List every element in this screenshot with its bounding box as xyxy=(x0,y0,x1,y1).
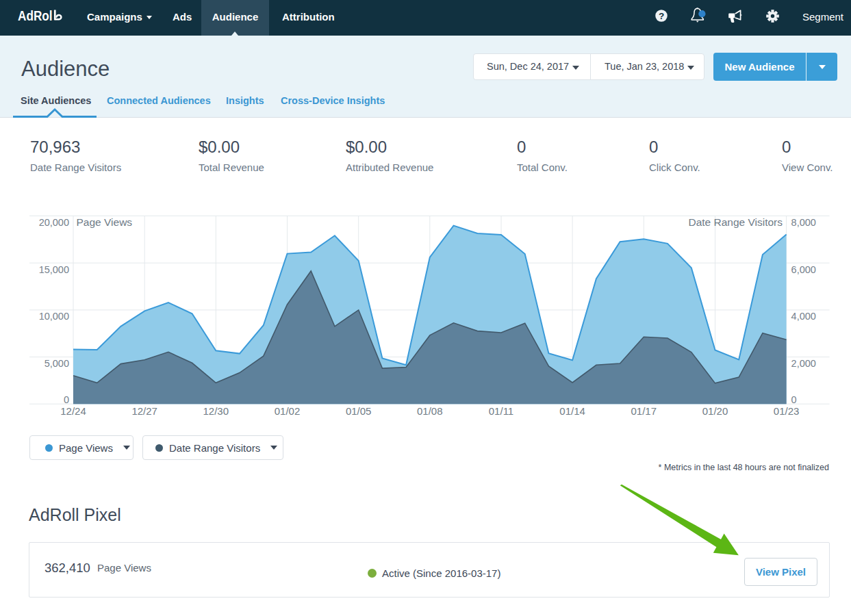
svg-text:?: ? xyxy=(659,11,664,21)
svg-text:Date Range Visitors: Date Range Visitors xyxy=(688,216,783,228)
svg-text:01/20: 01/20 xyxy=(702,405,728,417)
svg-text:12/30: 12/30 xyxy=(203,405,229,417)
svg-text:Page Views: Page Views xyxy=(77,216,133,228)
svg-text:8,000: 8,000 xyxy=(791,217,816,228)
svg-text:01/17: 01/17 xyxy=(631,405,657,417)
svg-text:15,000: 15,000 xyxy=(39,264,69,275)
svg-text:AdRol: AdRol xyxy=(18,8,53,23)
svg-text:2,000: 2,000 xyxy=(791,358,816,369)
svg-text:01/11: 01/11 xyxy=(489,405,513,417)
svg-text:01/02: 01/02 xyxy=(275,405,301,417)
svg-text:0: 0 xyxy=(791,394,797,405)
svg-text:4,000: 4,000 xyxy=(791,311,816,322)
svg-text:01/05: 01/05 xyxy=(346,405,372,417)
svg-text:6,000: 6,000 xyxy=(791,264,816,275)
svg-text:12/27: 12/27 xyxy=(131,405,157,417)
svg-text:5,000: 5,000 xyxy=(45,358,69,369)
svg-text:10,000: 10,000 xyxy=(39,311,69,322)
svg-text:01/23: 01/23 xyxy=(774,405,800,417)
svg-text:01/08: 01/08 xyxy=(417,405,443,417)
svg-text:20,000: 20,000 xyxy=(39,217,69,228)
svg-text:0: 0 xyxy=(64,394,69,405)
svg-text:01/14: 01/14 xyxy=(559,405,585,417)
svg-text:12/24: 12/24 xyxy=(60,405,86,417)
